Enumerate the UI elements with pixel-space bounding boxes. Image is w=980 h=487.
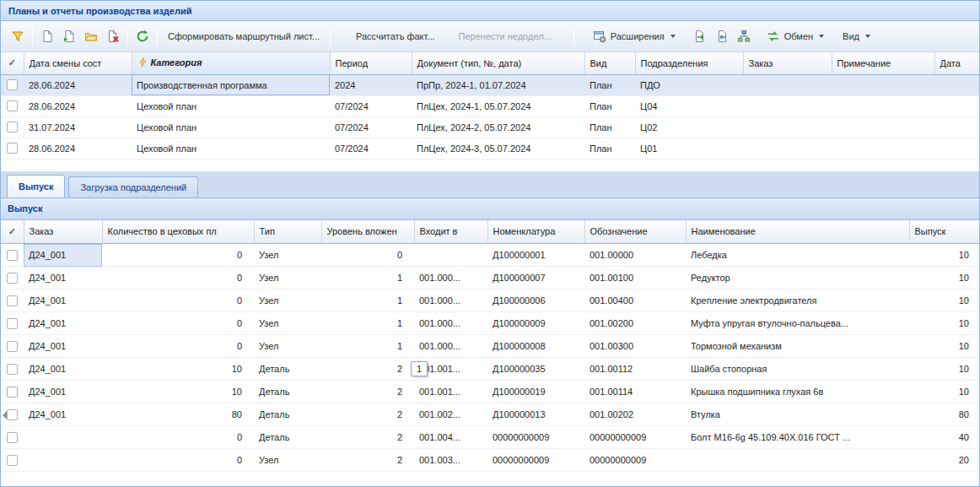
table-cell[interactable]: 2 [321, 358, 414, 381]
table-cell[interactable]: 10 [909, 289, 980, 312]
column-header-document[interactable]: Документ (тип, №, дата) [412, 52, 584, 74]
table-cell[interactable]: 0 [102, 449, 254, 472]
table-cell[interactable]: 0 [102, 267, 254, 289]
table-cell[interactable] [934, 116, 980, 138]
table-cell[interactable]: Д100000009 [487, 312, 584, 335]
extensions-button[interactable]: Расширения [586, 25, 682, 47]
table-cell[interactable]: 1 [321, 312, 414, 335]
table-cell[interactable]: Д100000035 [487, 358, 584, 381]
table-row[interactable]: 31.07.2024Цеховой план07/2024ПлЦех, 2024… [1, 116, 980, 138]
table-cell[interactable]: Деталь [254, 381, 321, 403]
table-cell[interactable]: 0 [102, 244, 254, 267]
table-cell[interactable]: ПрПр, 2024-1, 01.07.2024 [412, 74, 584, 95]
table-row[interactable]: 0Узел2001.003...000000000090000000000920 [1, 449, 980, 472]
table-row[interactable]: 28.06.2024Цеховой план07/2024ПлЦех, 2024… [1, 138, 980, 159]
table-row[interactable]: Д24_00110Деталь2001.001...Д100000035001.… [1, 358, 980, 381]
table-cell[interactable]: Узел [254, 335, 321, 358]
row-checkbox[interactable] [7, 122, 18, 133]
row-checkbox[interactable] [7, 455, 18, 466]
row-checkbox[interactable] [7, 432, 18, 443]
column-header-category[interactable]: Категория [132, 52, 330, 74]
tab-department-load[interactable]: Загрузка подразделений [68, 176, 198, 198]
import-button[interactable] [711, 25, 733, 47]
table-cell[interactable] [832, 74, 934, 95]
table-cell[interactable]: Болт М16-6g 45.109.40Х.016 ГОСТ ... [686, 426, 909, 449]
table-cell[interactable] [24, 449, 102, 472]
table-row[interactable]: Д24_0010Узел1001.000...Д100000009001.002… [1, 312, 980, 335]
panel-collapse-handle[interactable] [1, 406, 8, 425]
row-checkbox[interactable] [7, 295, 18, 306]
column-header-period[interactable]: Период [330, 52, 412, 74]
table-cell[interactable]: 80 [909, 403, 980, 426]
table-cell[interactable]: 1 [321, 267, 414, 289]
table-row[interactable]: 28.06.2024Производственная программа2024… [1, 74, 980, 95]
table-cell[interactable]: 001.002... [414, 403, 487, 426]
table-cell[interactable] [24, 426, 102, 449]
row-checkbox[interactable] [7, 341, 18, 352]
table-row[interactable]: Д24_0010Узел1001.000...Д100000006001.004… [1, 289, 980, 312]
table-cell[interactable]: Цеховой план [132, 138, 330, 159]
table-cell[interactable]: Д100000007 [487, 267, 584, 289]
delete-button[interactable] [102, 25, 124, 47]
column-header-level[interactable]: Уровень вложен [321, 220, 414, 244]
table-cell[interactable]: Д24_001 [24, 358, 102, 381]
table-cell[interactable]: 001.00300 [584, 335, 686, 358]
row-checkbox[interactable] [7, 318, 18, 329]
table-cell[interactable]: ПлЦех, 2024-3, 05.07.2024 [412, 138, 584, 159]
table-cell[interactable]: 0 [102, 335, 254, 358]
table-cell[interactable]: 10 [909, 381, 980, 403]
column-header-order[interactable]: Заказ [743, 52, 832, 74]
table-cell[interactable]: 001.00000 [584, 244, 686, 267]
table-cell[interactable]: Ц04 [635, 95, 743, 116]
table-cell[interactable]: 07/2024 [330, 116, 412, 138]
table-cell[interactable]: ПДО [635, 74, 743, 95]
table-cell[interactable]: 10 [102, 381, 254, 403]
select-all-header[interactable]: ✓ [1, 52, 24, 74]
table-cell[interactable]: 28.06.2024 [24, 138, 132, 159]
table-cell[interactable]: ПлЦех, 2024-2, 05.07.2024 [412, 116, 584, 138]
column-header-type[interactable]: Тип [254, 220, 321, 244]
table-cell[interactable]: 2 [321, 381, 414, 403]
table-cell[interactable]: 00000000009 [584, 426, 686, 449]
table-cell[interactable]: 40 [909, 426, 980, 449]
table-cell[interactable]: Шайба стопорная [686, 358, 909, 381]
table-cell[interactable]: 001.00202 [584, 403, 686, 426]
table-cell[interactable]: Тормозной механизм [686, 335, 909, 358]
row-checkbox[interactable] [7, 79, 18, 90]
table-cell[interactable]: Муфта упругая втулочно-пальцева... [686, 312, 909, 335]
table-cell[interactable]: Деталь [254, 358, 321, 381]
table-cell[interactable]: 0 [102, 312, 254, 335]
table-cell[interactable]: Производственная программа [132, 74, 330, 95]
table-cell[interactable]: 00000000009 [487, 426, 584, 449]
column-header-departments[interactable]: Подразделения [635, 52, 743, 74]
table-cell[interactable]: Втулка [686, 403, 909, 426]
table-cell[interactable]: Д100000001 [487, 244, 584, 267]
table-cell[interactable]: 001.00112 [584, 358, 686, 381]
table-cell[interactable]: 28.06.2024 [24, 74, 132, 95]
table-cell[interactable]: Цеховой план [132, 95, 330, 116]
row-checkbox[interactable] [7, 250, 18, 261]
table-cell[interactable]: Ц01 [635, 138, 743, 159]
table-cell[interactable]: План [584, 138, 635, 159]
row-checkbox[interactable] [7, 409, 18, 420]
column-header-name[interactable]: Наименование [686, 220, 909, 244]
table-cell[interactable]: Редуктор [686, 267, 909, 289]
table-cell[interactable]: Лебедка [686, 244, 909, 267]
table-cell[interactable]: 001.000... [414, 312, 487, 335]
column-header-output[interactable]: Выпуск [909, 220, 980, 244]
table-cell[interactable]: Деталь [254, 403, 321, 426]
table-row[interactable]: Д24_0010Узел1001.000...Д100000008001.003… [1, 335, 980, 358]
table-cell[interactable] [743, 116, 832, 138]
table-cell[interactable]: Д24_001 [24, 244, 102, 267]
view-button[interactable]: Вид [836, 27, 877, 46]
calc-fact-button[interactable]: Рассчитать факт... [349, 27, 442, 46]
column-header-designation[interactable]: Обозначение [584, 220, 686, 244]
table-cell[interactable]: 31.07.2024 [24, 116, 132, 138]
table-cell[interactable]: Узел [254, 244, 321, 267]
new-document-button[interactable] [36, 25, 58, 47]
table-cell[interactable]: 001.00200 [584, 312, 686, 335]
table-cell[interactable]: План [584, 74, 635, 95]
filter-button[interactable] [7, 25, 29, 47]
table-cell[interactable]: 10 [909, 358, 980, 381]
table-cell[interactable]: 10 [909, 312, 980, 335]
